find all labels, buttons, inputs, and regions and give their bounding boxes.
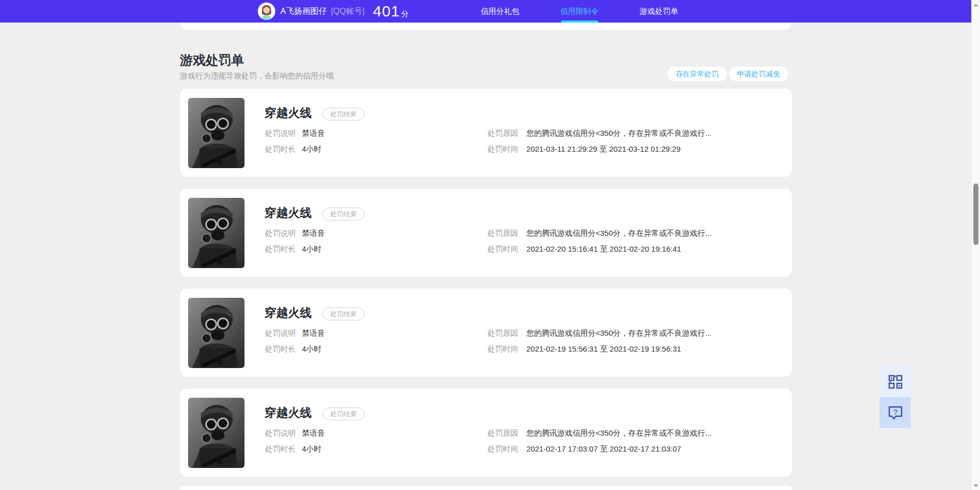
- field-label: 处罚原因: [487, 428, 518, 438]
- qr-code-button[interactable]: [880, 366, 911, 397]
- field-label: 处罚时长: [265, 244, 296, 254]
- status-badge: 处罚结束: [322, 208, 364, 220]
- punishment-card: 穿越火线 处罚结束 处罚说明 禁语音 处罚时长 4小时 处罚原因 您的腾讯游戏信…: [180, 89, 792, 177]
- field-value: 禁语音: [302, 428, 325, 438]
- qr-code-icon: [888, 374, 903, 390]
- field-label: 处罚时间: [487, 444, 518, 454]
- field-label: 处罚原因: [487, 229, 518, 238]
- field-value: 禁语音: [302, 329, 325, 338]
- game-title: 穿越火线: [264, 305, 312, 321]
- field-label: 处罚时长: [265, 344, 296, 354]
- field-label: 处罚说明: [265, 229, 296, 238]
- status-badge: 处罚结束: [322, 407, 364, 420]
- field-value: 4小时: [302, 344, 321, 354]
- field-value: 4小时: [302, 244, 321, 254]
- field-value: 2021-03-11 21:29:29 至 2021-03-12 01:29:2…: [526, 145, 681, 154]
- abnormal-punishment-button[interactable]: 存在异常处罚: [667, 67, 727, 81]
- field-value: 禁语音: [302, 129, 325, 138]
- field-label: 处罚说明: [265, 428, 296, 438]
- field-label: 处罚原因: [487, 329, 518, 338]
- scrollbar-thumb[interactable]: [973, 183, 978, 245]
- game-title: 穿越火线: [264, 205, 312, 221]
- page-subtitle: 游戏行为违规导致处罚，会影响您的信用分哦: [180, 71, 334, 81]
- game-title: 穿越火线: [264, 405, 312, 421]
- help-question-icon: ?: [887, 405, 904, 420]
- partial-card-bottom: [180, 486, 792, 490]
- status-badge: 处罚结束: [322, 108, 364, 120]
- scrollbar-down-arrow-icon[interactable]: [973, 484, 978, 487]
- field-value: 2021-02-19 15:56:31 至 2021-02-19 19:56:3…: [526, 344, 681, 354]
- field-value: 2021-02-20 15:16:41 至 2021-02-20 19:16:4…: [526, 244, 681, 254]
- page-title: 游戏处罚单: [180, 52, 244, 69]
- game-title: 穿越火线: [264, 105, 312, 121]
- scrollbar-up-arrow-icon[interactable]: [973, 4, 978, 7]
- field-value: 4小时: [302, 444, 321, 454]
- field-value: 2021-02-17 17:03:07 至 2021-02-17 21:03:0…: [526, 444, 681, 454]
- field-value: 您的腾讯游戏信用分<350分，存在异常或不良游戏行...: [526, 428, 711, 438]
- status-badge: 处罚结束: [322, 308, 364, 320]
- punishment-card: 穿越火线 处罚结束 处罚说明 禁语音 处罚时长 4小时 处罚原因 您的腾讯游戏信…: [180, 289, 792, 377]
- apply-relief-button[interactable]: 申请处罚减免: [729, 67, 788, 81]
- field-label: 处罚说明: [265, 129, 296, 138]
- field-value: 4小时: [302, 145, 321, 154]
- game-thumbnail: [188, 298, 244, 368]
- svg-text:?: ?: [893, 407, 897, 416]
- field-label: 处罚时长: [265, 444, 296, 454]
- field-value: 禁语音: [302, 229, 325, 238]
- game-thumbnail: [188, 98, 244, 168]
- punishment-card: 穿越火线 处罚结束 处罚说明 禁语音 处罚时长 4小时 处罚原因 您的腾讯游戏信…: [180, 189, 792, 277]
- punishment-card: 穿越火线 处罚结束 处罚说明 禁语音 处罚时长 4小时 处罚原因 您的腾讯游戏信…: [180, 389, 792, 477]
- field-label: 处罚原因: [487, 129, 518, 138]
- field-label: 处罚时间: [487, 145, 518, 154]
- field-label: 处罚时长: [265, 145, 296, 154]
- field-value: 您的腾讯游戏信用分<350分，存在异常或不良游戏行...: [526, 129, 711, 138]
- scrollbar[interactable]: [971, 0, 980, 490]
- help-feedback-button[interactable]: ?: [880, 397, 911, 428]
- field-value: 您的腾讯游戏信用分<350分，存在异常或不良游戏行...: [526, 229, 711, 238]
- field-label: 处罚说明: [265, 329, 296, 338]
- floating-tool-stack: ?: [880, 366, 911, 428]
- game-thumbnail: [188, 398, 244, 468]
- game-thumbnail: [188, 198, 244, 268]
- field-label: 处罚时间: [487, 344, 518, 354]
- field-label: 处罚时间: [487, 244, 518, 254]
- field-value: 您的腾讯游戏信用分<350分，存在异常或不良游戏行...: [526, 329, 711, 338]
- content-column: 游戏处罚单 游戏行为违规导致处罚，会影响您的信用分哦 存在异常处罚 申请处罚减免…: [180, 0, 792, 490]
- partial-card-top: [180, 23, 792, 30]
